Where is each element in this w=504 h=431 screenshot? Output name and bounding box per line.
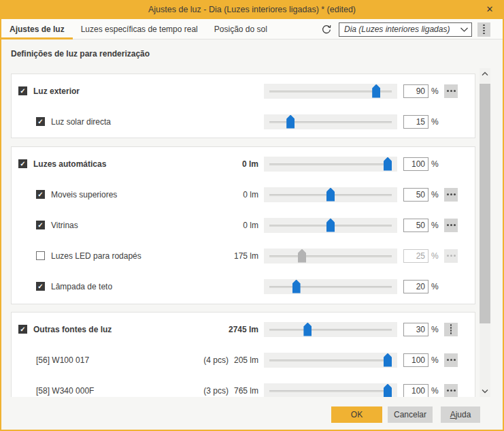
slider-thumb[interactable] [286,115,295,129]
window-title: Ajustes de luz - Dia (Luzes interiores l… [148,5,356,14]
light-label: [56] W100 017 [36,355,89,365]
pieces-count: (3 pcs) [203,386,229,396]
lumen-value: 765 lm [234,386,258,396]
ellipsis-icon [450,90,452,92]
intensity-slider[interactable] [264,322,397,337]
checkbox[interactable] [18,325,27,334]
titlebar[interactable]: Ajustes de luz - Dia (Luzes interiores l… [0,0,504,19]
more-options-button[interactable] [444,384,458,398]
slider-thumb[interactable] [292,280,301,293]
checkbox[interactable] [36,190,45,199]
slider-track [269,255,392,257]
vertical-scrollbar[interactable] [480,68,490,397]
light-row: Outras fontes de luz 2745 lm % [12,314,475,345]
preset-menu-button[interactable] [477,22,490,37]
intensity-slider[interactable] [264,353,397,368]
light-label: Luz exterior [33,86,80,96]
percent-input[interactable] [403,323,429,336]
percent-input[interactable] [403,249,429,263]
lumen-value: 0 lm [243,190,258,199]
percent-suffix: % [431,355,441,365]
ellipsis-icon [450,359,452,361]
chevron-down-icon [482,389,488,394]
checkbox[interactable] [18,86,27,95]
more-options-button[interactable] [444,323,458,336]
intensity-slider[interactable] [264,383,397,398]
help-label: Ajuda [450,410,471,419]
checkbox[interactable] [36,221,45,229]
ellipsis-icon [450,224,452,226]
ok-button[interactable]: OK [331,406,382,423]
intensity-slider[interactable] [264,84,397,99]
percent-input[interactable] [403,219,429,232]
percent-input[interactable] [403,353,429,367]
checkbox[interactable] [18,159,27,168]
slider-thumb[interactable] [326,219,335,232]
checkbox[interactable] [36,282,45,291]
slider-thumb[interactable] [372,84,380,98]
light-label: Luz solar directa [51,117,111,127]
lumen-value: 0 lm [242,159,258,169]
light-row: Luzes LED para rodapés 175 lm % [12,240,475,271]
scroll-down-button[interactable] [480,385,490,397]
light-label: [58] W340 000F [36,386,94,396]
light-row: Luzes automáticas 0 lm % [12,148,475,179]
percent-suffix: % [431,325,441,334]
preset-dropdown[interactable]: Dia (Luzes interiores ligadas) [339,22,472,37]
slider-track [269,329,392,331]
tab-luzes-tempo-real[interactable]: Luzes específicas de tempo real [73,19,206,39]
more-options-button[interactable] [444,249,458,263]
tab-label: Ajustes de luz [10,25,65,34]
intensity-slider[interactable] [264,187,397,202]
slider-thumb[interactable] [384,353,392,367]
tab-ajustes-de-luz[interactable]: Ajustes de luz [1,19,73,39]
scroll-up-button[interactable] [480,68,490,80]
lumen-value: 175 lm [234,251,258,261]
tab-posicao-do-sol[interactable]: Posição do sol [206,19,275,39]
lumen-value: 0 lm [243,221,258,230]
help-button[interactable]: Ajuda [441,406,480,423]
intensity-slider[interactable] [264,114,397,129]
section-heading: Definições de luz para renderização [11,49,150,59]
scrollbar-thumb[interactable] [480,84,490,323]
percent-input[interactable] [403,115,429,129]
percent-input[interactable] [403,157,429,171]
light-label: Moveis superiores [51,190,117,199]
percent-input[interactable] [403,84,429,98]
kebab-menu-icon [483,27,485,29]
slider-thumb[interactable] [298,249,306,263]
intensity-slider[interactable] [264,218,397,233]
more-options-button[interactable] [444,353,458,367]
percent-suffix: % [431,190,441,199]
percent-input[interactable] [403,280,429,293]
slider-track [269,360,392,362]
intensity-slider[interactable] [264,279,397,294]
slider-thumb[interactable] [326,188,335,202]
light-label: Lâmpada de teto [51,282,112,291]
percent-suffix: % [431,221,441,230]
more-options-button[interactable] [444,219,458,232]
slider-thumb[interactable] [384,157,392,171]
refresh-icon [321,24,332,35]
light-row: Lâmpada de teto % [12,271,475,302]
percent-input[interactable] [403,384,429,398]
light-label: Luzes automáticas [33,159,106,169]
checkbox[interactable] [36,251,45,260]
cancel-button[interactable]: Cancelar [388,406,433,423]
slider-thumb[interactable] [303,323,312,336]
slider-thumb[interactable] [384,384,392,398]
light-row: Luz solar directa % [12,106,475,137]
intensity-slider[interactable] [264,157,397,172]
light-row: Moveis superiores 0 lm % [12,179,475,210]
close-button[interactable]: ✕ [481,0,499,18]
percent-suffix: % [431,251,441,261]
refresh-button[interactable] [320,22,333,36]
more-options-button[interactable] [444,84,458,98]
pieces-count: (4 pcs) [203,355,229,365]
checkbox[interactable] [36,117,45,126]
tab-controls: Dia (Luzes interiores ligadas) [320,22,490,37]
more-options-button[interactable] [444,188,458,202]
intensity-slider[interactable] [264,249,397,264]
percent-suffix: % [431,386,441,396]
percent-input[interactable] [403,188,429,202]
